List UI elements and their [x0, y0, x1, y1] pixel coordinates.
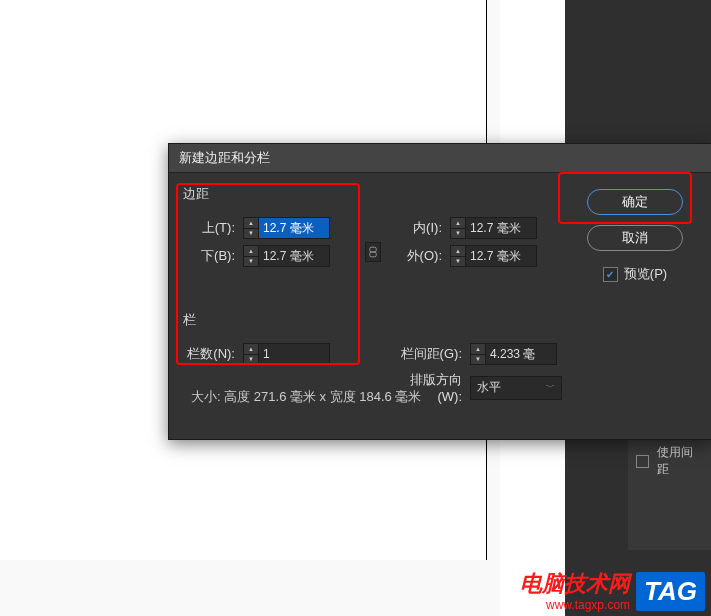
column-count-input[interactable] [259, 343, 330, 365]
margin-bottom-spinner[interactable]: ▲ ▼ [243, 245, 330, 267]
margin-bottom-input[interactable] [259, 245, 330, 267]
use-spacing-row[interactable]: 使用间距 [628, 438, 711, 484]
spinner-down-icon[interactable]: ▼ [451, 229, 465, 239]
spinner-up-icon[interactable]: ▲ [471, 344, 485, 355]
margins-columns-dialog: 新建边距和分栏 边距 上(T): ▲ ▼ [168, 143, 711, 440]
ok-label: 确定 [622, 193, 648, 211]
spinner-down-icon[interactable]: ▼ [451, 257, 465, 267]
watermark-tag: TAG [636, 572, 705, 611]
spinner-down-icon[interactable]: ▼ [244, 355, 258, 365]
column-count-spinner[interactable]: ▲ ▼ [243, 343, 330, 365]
watermark-url: www.tagxp.com [520, 598, 630, 612]
margin-outside-label: 外(O): [390, 247, 442, 265]
preview-label: 预览(P) [624, 265, 667, 283]
spinner-up-icon[interactable]: ▲ [244, 246, 258, 257]
margin-inside-label: 内(I): [390, 219, 442, 237]
margin-top-label: 上(T): [183, 219, 235, 237]
use-spacing-checkbox[interactable] [636, 455, 649, 468]
spinner-up-icon[interactable]: ▲ [244, 344, 258, 355]
margin-outside-spinner[interactable]: ▲ ▼ [450, 245, 537, 267]
gutter-label: 栏间距(G): [390, 345, 462, 363]
preview-checkbox-row[interactable]: ✔ 预览(P) [603, 265, 667, 283]
chevron-down-icon: ﹀ [546, 381, 555, 394]
margin-outside-input[interactable] [466, 245, 537, 267]
columns-group-label: 栏 [183, 311, 562, 329]
use-spacing-label: 使用间距 [657, 444, 703, 478]
spinner-down-icon[interactable]: ▼ [244, 229, 258, 239]
watermark: 电脑技术网 www.tagxp.com TAG [520, 571, 705, 612]
margin-bottom-label: 下(B): [183, 247, 235, 265]
gutter-input[interactable] [486, 343, 557, 365]
spinner-down-icon[interactable]: ▼ [471, 355, 485, 365]
spinner-up-icon[interactable]: ▲ [451, 218, 465, 229]
column-count-label: 栏数(N): [183, 345, 235, 363]
preview-checkbox[interactable]: ✔ [603, 267, 618, 282]
watermark-title: 电脑技术网 [520, 571, 630, 597]
dialog-titlebar[interactable]: 新建边距和分栏 [169, 144, 711, 173]
margins-group-label: 边距 [183, 185, 562, 203]
margin-top-input[interactable] [259, 217, 330, 239]
spinner-down-icon[interactable]: ▼ [244, 257, 258, 267]
dialog-title: 新建边距和分栏 [179, 149, 270, 167]
gutter-spinner[interactable]: ▲ ▼ [470, 343, 557, 365]
cancel-label: 取消 [622, 229, 648, 247]
writing-direction-value: 水平 [477, 379, 501, 396]
ok-button[interactable]: 确定 [587, 189, 683, 215]
margin-inside-spinner[interactable]: ▲ ▼ [450, 217, 537, 239]
margin-top-spinner[interactable]: ▲ ▼ [243, 217, 330, 239]
margin-inside-input[interactable] [466, 217, 537, 239]
spinner-up-icon[interactable]: ▲ [244, 218, 258, 229]
page-size-label: 大小: 高度 271.6 毫米 x 宽度 184.6 毫米 [191, 388, 421, 406]
writing-direction-select[interactable]: 水平 ﹀ [470, 376, 562, 400]
link-margins-toggle[interactable] [365, 242, 381, 262]
cancel-button[interactable]: 取消 [587, 225, 683, 251]
spinner-up-icon[interactable]: ▲ [451, 246, 465, 257]
